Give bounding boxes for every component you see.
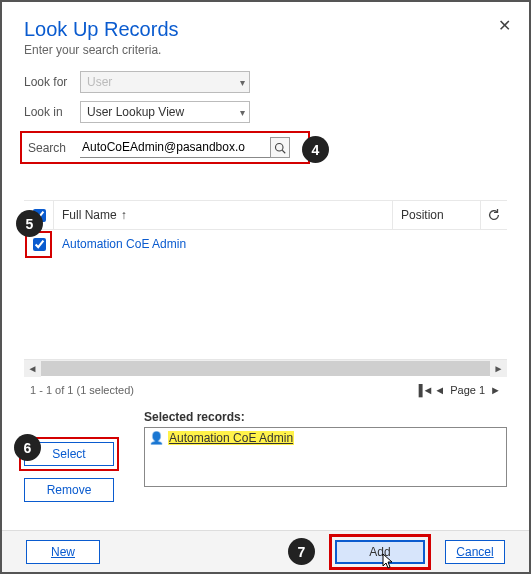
lookfor-value: User — [87, 75, 112, 89]
pager: 1 - 1 of 1 (1 selected) ▐◄ ◄ Page 1 ► — [24, 376, 507, 400]
user-icon: 👤 — [149, 431, 164, 445]
cancel-button[interactable]: Cancel — [445, 540, 505, 564]
row-full-name[interactable]: Automation CoE Admin — [54, 237, 186, 251]
lookin-label: Look in — [24, 105, 80, 119]
results-grid: Full Name ↑ Position 5 — [24, 200, 507, 400]
grid-body: Automation CoE Admin — [24, 229, 507, 359]
dialog-title: Look Up Records — [24, 18, 507, 41]
dialog-subtitle: Enter your search criteria. — [24, 43, 507, 57]
annotation-7: 7 — [288, 538, 315, 565]
selected-records-box[interactable]: 👤 Automation CoE Admin — [144, 427, 507, 487]
refresh-icon — [487, 208, 501, 222]
lookfor-label: Look for — [24, 75, 80, 89]
lookin-row: Look in User Lookup View ▾ — [24, 101, 507, 123]
add-button-highlight: Add — [329, 534, 431, 570]
lower-section: 6 Select Remove Selected records: 👤 Auto… — [24, 410, 507, 514]
search-label: Search — [24, 141, 80, 155]
new-button[interactable]: New — [26, 540, 100, 564]
next-page-icon[interactable]: ► — [490, 384, 501, 396]
search-input[interactable] — [80, 137, 290, 158]
remove-button[interactable]: Remove — [24, 478, 114, 502]
lookfor-row: Look for User ▾ — [24, 71, 507, 93]
column-position[interactable]: Position — [393, 201, 481, 229]
column-full-name[interactable]: Full Name ↑ — [54, 201, 393, 229]
first-page-icon[interactable]: ▐◄ — [415, 384, 434, 396]
selected-records-label: Selected records: — [144, 410, 507, 424]
search-button[interactable] — [270, 137, 290, 158]
sort-asc-icon: ↑ — [121, 208, 127, 222]
table-row[interactable]: Automation CoE Admin — [24, 230, 507, 258]
close-icon[interactable]: ✕ — [498, 16, 511, 35]
dialog-footer: New 7 Add Cancel — [2, 530, 529, 572]
add-button[interactable]: Add — [335, 540, 425, 564]
prev-page-icon[interactable]: ◄ — [434, 384, 445, 396]
search-icon — [274, 142, 286, 154]
row-checkbox[interactable] — [33, 238, 46, 251]
lookin-value: User Lookup View — [87, 105, 184, 119]
page-label: Page 1 — [450, 384, 485, 396]
scroll-left-icon[interactable]: ◄ — [24, 360, 41, 377]
grid-header: Full Name ↑ Position — [24, 201, 507, 229]
annotation-5: 5 — [16, 210, 43, 237]
pager-status: 1 - 1 of 1 (1 selected) — [30, 384, 134, 396]
svg-point-0 — [276, 143, 284, 151]
annotation-6: 6 — [14, 434, 41, 461]
annotation-4: 4 — [302, 136, 329, 163]
search-row: Search — [20, 131, 310, 164]
scroll-right-icon[interactable]: ► — [490, 360, 507, 377]
horizontal-scrollbar[interactable]: ◄ ► — [24, 359, 507, 376]
lookin-select[interactable]: User Lookup View ▾ — [80, 101, 250, 123]
chevron-down-icon: ▾ — [240, 77, 245, 88]
lookfor-select[interactable]: User ▾ — [80, 71, 250, 93]
lookup-dialog: ✕ Look Up Records Enter your search crit… — [0, 0, 531, 574]
chevron-down-icon: ▾ — [240, 107, 245, 118]
selected-record-item[interactable]: 👤 Automation CoE Admin — [149, 431, 294, 445]
svg-line-1 — [282, 150, 285, 153]
selected-record-text: Automation CoE Admin — [168, 431, 294, 445]
scrollbar-thumb[interactable] — [41, 361, 490, 376]
refresh-button[interactable] — [481, 208, 507, 222]
